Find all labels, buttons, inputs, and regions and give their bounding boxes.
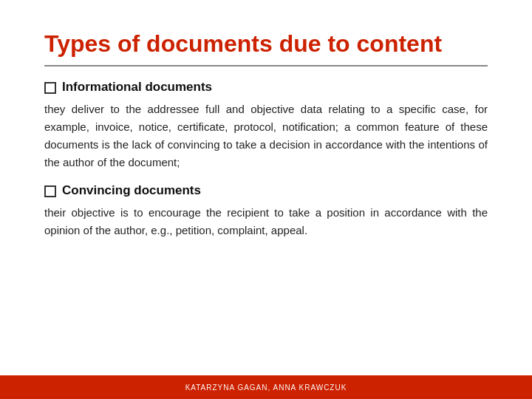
section2-title: Convincing documents [62,183,201,198]
section1-body: they deliver to the addressee full and o… [44,100,488,171]
section-informational: Informational documents they deliver to … [44,80,488,171]
section2-header: Convincing documents [44,183,488,198]
slide-container: Types of documents due to content Inform… [0,0,532,399]
section1-header: Informational documents [44,80,488,95]
checkbox-icon-1 [44,82,56,94]
slide-footer: KATARZYNA GAGAN, ANNA KRAWCZUK [0,375,532,399]
section-convincing: Convincing documents their objective is … [44,183,488,239]
section2-body: their objective is to encourage the reci… [44,204,488,239]
footer-text: KATARZYNA GAGAN, ANNA KRAWCZUK [185,383,347,392]
slide-title: Types of documents due to content [44,30,488,58]
section1-title: Informational documents [62,80,212,95]
title-divider [44,65,488,66]
checkbox-icon-2 [44,185,56,197]
